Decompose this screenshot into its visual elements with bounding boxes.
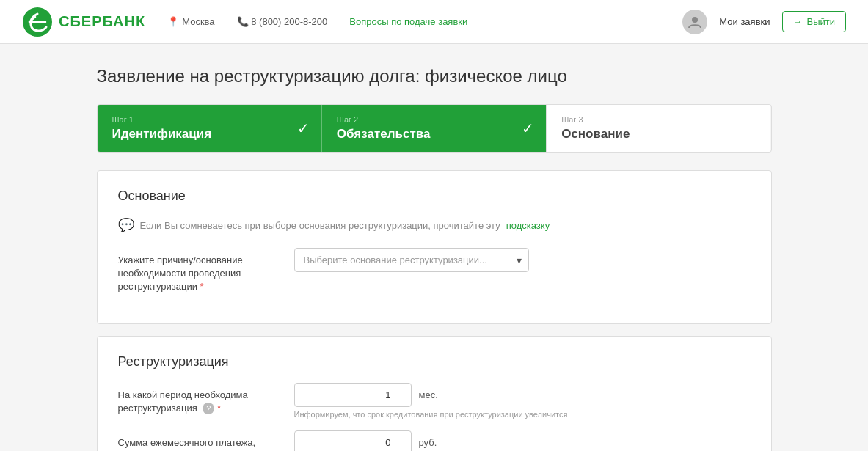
payment-input-group: руб. [294, 430, 751, 451]
steps-bar: Шаг 1 Идентификация ✓ Шаг 2 Обязательств… [97, 104, 772, 153]
period-help-icon[interactable]: ? [203, 403, 214, 414]
payment-row: Сумма ежемесячного платежа, которую Вы г… [118, 430, 751, 451]
period-info-note: Информируем, что срок кредитования при р… [294, 410, 751, 419]
header: СБЕРБАНК 📍 Москва 📞 8 (800) 200-8-200 Во… [0, 0, 868, 44]
step-1-label: Шаг 1 [112, 115, 307, 124]
period-row: На какой период необходима реструктуриза… [118, 383, 751, 419]
hint-link[interactable]: подсказку [506, 220, 550, 231]
step-3[interactable]: Шаг 3 Основание [546, 105, 770, 152]
faq-link[interactable]: Вопросы по подаче заявки [349, 16, 467, 27]
period-required-star: * [217, 403, 221, 414]
logout-button[interactable]: → Выйти [782, 11, 847, 32]
phone-icon: 📞 [237, 16, 249, 27]
osnov-title: Основание [118, 188, 751, 204]
avatar [682, 10, 707, 34]
step-2-name: Обязательства [337, 127, 531, 142]
step-2-label: Шаг 2 [337, 115, 531, 124]
payment-control: руб. [294, 430, 751, 451]
section-osnov: Основание 💬 Если Вы сомневаетесь при выб… [97, 170, 772, 324]
required-star: * [200, 281, 204, 292]
reason-select[interactable]: Выберите основание реструктуризации... [294, 248, 529, 272]
svg-point-1 [692, 17, 698, 23]
payment-label: Сумма ежемесячного платежа, которую Вы г… [118, 430, 280, 451]
location-icon: 📍 [167, 16, 179, 27]
period-input-group: мес. [294, 383, 751, 407]
reason-row: Укажите причину/основание необходимости … [118, 248, 751, 294]
sberbank-logo-icon [22, 7, 53, 37]
period-label: На какой период необходима реструктуриза… [118, 383, 280, 415]
period-control: мес. Информируем, что срок кредитования … [294, 383, 751, 419]
my-orders-link[interactable]: Мои заявки [719, 16, 770, 27]
comment-icon: 💬 [118, 217, 134, 233]
step-1-check-icon: ✓ [297, 120, 310, 137]
page-title: Заявление на реструктуризацию долга: физ… [97, 66, 772, 87]
reason-label: Укажите причину/основание необходимости … [118, 248, 280, 294]
header-phone: 📞 8 (800) 200-8-200 [237, 16, 328, 27]
step-1[interactable]: Шаг 1 Идентификация ✓ [98, 105, 321, 152]
period-unit: мес. [419, 389, 438, 400]
payment-input[interactable] [294, 430, 412, 451]
step-2[interactable]: Шаг 2 Обязательства ✓ [321, 105, 546, 152]
hint-text: Если Вы сомневаетесь при выборе основани… [140, 220, 500, 231]
step-3-label: Шаг 3 [561, 115, 756, 124]
header-right: Мои заявки → Выйти [682, 10, 846, 34]
reason-select-wrapper: Выберите основание реструктуризации... ▾ [294, 248, 529, 272]
logo-text: СБЕРБАНК [59, 13, 145, 30]
payment-unit: руб. [419, 437, 437, 448]
step-3-name: Основание [561, 127, 756, 142]
section-restr: Реструктуризация На какой период необход… [97, 336, 772, 451]
logo-area: СБЕРБАНК [22, 7, 145, 37]
reason-control: Выберите основание реструктуризации... ▾ [294, 248, 751, 272]
period-input[interactable] [294, 383, 412, 407]
hint-row: 💬 Если Вы сомневаетесь при выборе основа… [118, 217, 751, 233]
header-left: СБЕРБАНК 📍 Москва 📞 8 (800) 200-8-200 Во… [22, 7, 467, 37]
header-city[interactable]: 📍 Москва [167, 16, 214, 27]
step-2-check-icon: ✓ [522, 120, 534, 137]
main-content: Заявление на реструктуризацию долга: физ… [82, 44, 787, 451]
logout-icon: → [793, 16, 803, 27]
step-1-name: Идентификация [112, 127, 307, 142]
restr-title: Реструктуризация [118, 354, 751, 370]
